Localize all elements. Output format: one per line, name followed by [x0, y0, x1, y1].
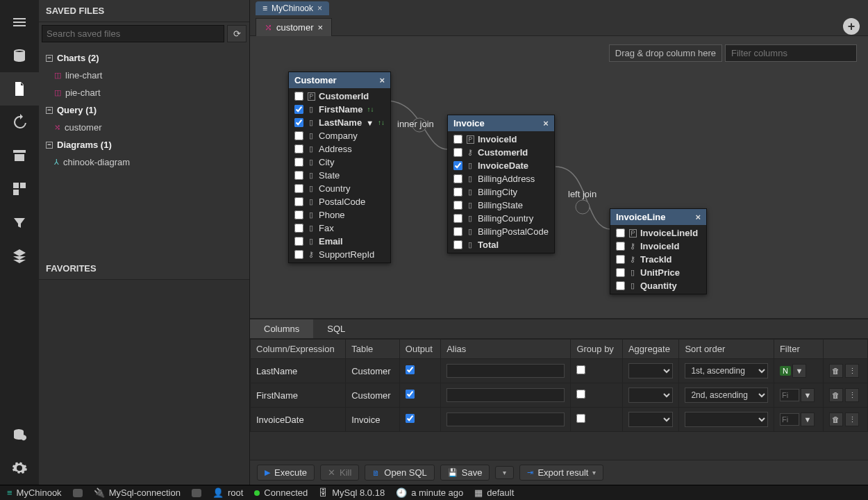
tree-group[interactable]: −Query (1) — [39, 101, 249, 119]
row-menu-button[interactable]: ⋮ — [845, 412, 859, 426]
delete-row-button[interactable]: 🗑 — [829, 412, 843, 426]
column-row[interactable]: 🄿 CustomerId — [289, 90, 390, 103]
filter-pill[interactable]: N — [780, 366, 791, 376]
add-tab-button[interactable]: + — [843, 18, 860, 35]
aggregate-select[interactable] — [628, 412, 673, 427]
cell-column[interactable]: FirstName — [251, 383, 346, 408]
open-sql-button[interactable]: 🗎Open SQL — [365, 465, 434, 481]
close-icon[interactable]: × — [379, 75, 385, 85]
column-row[interactable]: ▯ BillingCity — [448, 185, 554, 199]
database-icon[interactable] — [0, 39, 39, 72]
filter-columns-input[interactable] — [725, 44, 857, 62]
kill-button[interactable]: ✕Kill — [320, 465, 359, 481]
column-row[interactable]: ▯ BillingCountry — [448, 212, 554, 225]
column-row[interactable]: ▯ FirstName ↑↓ — [289, 103, 390, 116]
column-row[interactable]: ⚷ TrackId — [610, 253, 706, 266]
sort-select[interactable]: 1st, ascending2nd, ascending3rd, ascendi… — [685, 388, 767, 403]
column-checkbox[interactable] — [294, 197, 303, 206]
output-checkbox[interactable] — [406, 365, 415, 374]
table-customer[interactable]: Customer× 🄿 CustomerId ▯ FirstName ↑↓ ▯ … — [288, 72, 391, 263]
output-checkbox[interactable] — [406, 414, 415, 423]
column-row[interactable]: ⚷ CustomerId — [448, 146, 554, 159]
column-checkbox[interactable] — [453, 148, 462, 157]
column-checkbox[interactable] — [294, 250, 303, 259]
tree-item[interactable]: ⤭customer — [39, 119, 249, 136]
column-row[interactable]: ▯ PostalCode — [289, 195, 390, 208]
column-row[interactable]: ▯ Email — [289, 235, 390, 248]
column-checkbox[interactable] — [294, 131, 303, 140]
groupby-checkbox[interactable] — [576, 414, 585, 423]
layers-icon[interactable] — [0, 239, 39, 272]
cell-table[interactable]: Customer — [346, 383, 400, 408]
refresh-button[interactable]: ⟳ — [227, 25, 247, 42]
save-button[interactable]: 💾Save — [440, 465, 490, 481]
export-button[interactable]: ⇥Export result ▾ — [519, 465, 603, 481]
column-row[interactable]: 🄿 InvoiceLineId — [610, 226, 706, 240]
archive-icon[interactable] — [0, 139, 39, 172]
column-checkbox[interactable] — [294, 158, 303, 167]
cell-table[interactable]: Customer — [346, 359, 400, 383]
collapse-icon[interactable]: − — [46, 55, 53, 62]
execute-button[interactable]: ▶Execute — [257, 465, 315, 481]
filter-input[interactable] — [780, 413, 799, 426]
collapse-icon[interactable]: − — [46, 107, 53, 114]
column-row[interactable]: ⚷ InvoiceId — [610, 240, 706, 253]
tree-item[interactable]: ◫line-chart — [39, 67, 249, 84]
filter-icon[interactable] — [0, 206, 39, 239]
tree-group[interactable]: −Charts (2) — [39, 49, 249, 67]
row-menu-button[interactable]: ⋮ — [845, 388, 859, 402]
column-row[interactable]: ▯ State — [289, 169, 390, 182]
column-checkbox[interactable] — [616, 242, 625, 251]
column-checkbox[interactable] — [294, 224, 303, 233]
column-checkbox[interactable] — [294, 210, 303, 219]
column-checkbox[interactable] — [453, 214, 462, 223]
column-row[interactable]: ▯ LastName ▼ ↑↓ — [289, 116, 390, 129]
column-row[interactable]: ▯ InvoiceDate — [448, 159, 554, 172]
column-checkbox[interactable] — [616, 255, 625, 264]
column-checkbox[interactable] — [616, 228, 625, 238]
join-label[interactable]: left join — [568, 189, 596, 199]
tab-sql[interactable]: SQL — [313, 319, 359, 338]
column-row[interactable]: ▯ Country — [289, 182, 390, 195]
tab-query[interactable]: ⤭ customer × — [256, 18, 332, 36]
alias-input[interactable] — [446, 412, 565, 426]
table-invoice[interactable]: Invoice× 🄿 InvoiceId ⚷ CustomerId ▯ Invo… — [447, 115, 555, 253]
column-checkbox[interactable] — [294, 144, 303, 153]
delete-row-button[interactable]: 🗑 — [829, 388, 843, 402]
sort-select[interactable]: 1st, ascending2nd, ascending3rd, ascendi… — [685, 412, 767, 427]
output-checkbox[interactable] — [406, 390, 415, 399]
column-row[interactable]: ⚷ SupportRepId — [289, 248, 390, 261]
table-invoiceline[interactable]: InvoiceLine× 🄿 InvoiceLineId ⚷ InvoiceId… — [610, 208, 707, 294]
preview-db-icon[interactable] — [0, 418, 39, 451]
column-checkbox[interactable] — [453, 188, 462, 197]
sort-select[interactable]: 1st, ascending2nd, ascending3rd, ascendi… — [685, 363, 767, 378]
alias-input[interactable] — [446, 364, 565, 378]
column-checkbox[interactable] — [616, 268, 625, 277]
column-row[interactable]: 🄿 InvoiceId — [448, 133, 554, 146]
column-checkbox[interactable] — [294, 92, 303, 101]
row-menu-button[interactable]: ⋮ — [845, 364, 859, 378]
column-row[interactable]: ▯ BillingPostalCode — [448, 225, 554, 238]
table-header[interactable]: Customer× — [289, 72, 390, 88]
column-row[interactable]: ▯ Address — [289, 142, 390, 156]
history-icon[interactable] — [0, 106, 39, 139]
tab-connection[interactable]: ≡ MyChinook × — [256, 1, 329, 15]
column-checkbox[interactable] — [616, 281, 625, 290]
cell-column[interactable]: LastName — [251, 359, 346, 383]
settings-icon[interactable] — [0, 451, 39, 485]
column-checkbox[interactable] — [294, 118, 303, 127]
column-row[interactable]: ▯ BillingAddress — [448, 172, 554, 185]
search-input[interactable] — [42, 25, 224, 42]
column-row[interactable]: ▯ Quantity — [610, 279, 706, 292]
tree-item[interactable]: ◫pie-chart — [39, 84, 249, 101]
aggregate-select[interactable] — [628, 388, 673, 403]
table-header[interactable]: InvoiceLine× — [610, 209, 706, 225]
aggregate-select[interactable] — [628, 363, 673, 378]
cell-table[interactable]: Invoice — [346, 408, 400, 432]
column-checkbox[interactable] — [294, 237, 303, 246]
tab-columns[interactable]: Columns — [250, 319, 313, 338]
column-row[interactable]: ▯ Company — [289, 129, 390, 142]
close-icon[interactable]: × — [317, 3, 322, 13]
column-checkbox[interactable] — [453, 227, 462, 236]
column-row[interactable]: ▯ UnitPrice — [610, 266, 706, 279]
